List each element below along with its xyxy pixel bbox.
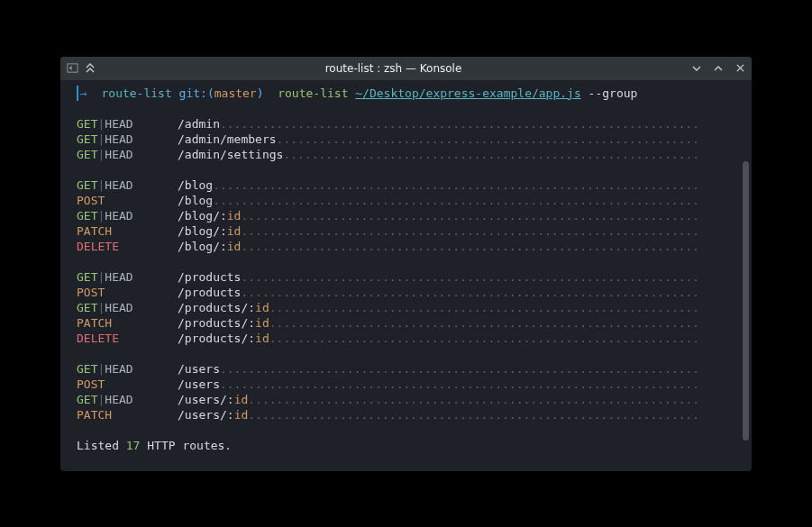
- http-method: POST: [77, 377, 105, 391]
- terminal-window: route-list : zsh — Konsole → route-list …: [60, 57, 752, 471]
- route-path: /products: [178, 286, 241, 299]
- filler-dots: ........................................…: [220, 362, 699, 376]
- filler-dots: ........................................…: [241, 209, 699, 223]
- filler-dots: ........................................…: [241, 270, 699, 284]
- route-path: /users/: [178, 408, 227, 422]
- http-method: GET: [77, 132, 97, 146]
- route-path: /users: [178, 362, 220, 376]
- http-method: GET: [77, 301, 97, 314]
- prompt-line: → route-list git:(master) route-list ~/D…: [77, 86, 752, 101]
- http-method: GET: [77, 117, 97, 131]
- svg-rect-0: [67, 64, 77, 72]
- route-path: /admin/settings: [178, 148, 283, 161]
- http-method-head: HEAD: [105, 393, 132, 406]
- http-method-head: HEAD: [105, 209, 132, 223]
- route-path: /products: [178, 270, 241, 284]
- terminal-body[interactable]: → route-list git:(master) route-list ~/D…: [60, 80, 752, 471]
- http-method: PATCH: [77, 316, 112, 330]
- route-row: GET|HEAD/products.......................…: [77, 269, 752, 285]
- route-row: GET|HEAD/admin..........................…: [77, 116, 752, 132]
- route-path: /blog/: [178, 209, 220, 223]
- http-method: GET: [77, 148, 97, 161]
- http-method: GET: [77, 209, 97, 223]
- filler-dots: ........................................…: [283, 148, 699, 161]
- filler-dots: ........................................…: [277, 132, 700, 146]
- http-method: PATCH: [77, 224, 112, 238]
- route-row: DELETE/products/:id.....................…: [77, 331, 752, 346]
- route-row: GET|HEAD/products/:id...................…: [77, 300, 752, 315]
- filler-dots: ........................................…: [269, 301, 699, 314]
- filler-dots: ........................................…: [220, 377, 699, 391]
- http-method: POST: [77, 194, 105, 207]
- http-method: POST: [77, 286, 105, 299]
- http-method: PATCH: [77, 408, 112, 422]
- route-path: /blog/: [178, 224, 220, 238]
- route-path: /blog: [178, 194, 213, 207]
- window-title: route-list : zsh — Konsole: [96, 62, 690, 75]
- route-row: DELETE/blog/:id.........................…: [77, 239, 752, 254]
- http-method-head: HEAD: [105, 301, 132, 314]
- new-tab-icon[interactable]: [66, 62, 78, 75]
- filler-dots: ........................................…: [248, 408, 699, 422]
- route-path: /products/: [178, 332, 248, 345]
- http-method: DELETE: [77, 332, 119, 345]
- close-button[interactable]: [734, 62, 746, 75]
- http-method-head: HEAD: [105, 178, 132, 192]
- route-row: POST/products...........................…: [77, 285, 752, 300]
- route-param: id: [234, 408, 249, 422]
- command-flag: --group: [581, 86, 638, 101]
- route-row: GET|HEAD/blog/:id.......................…: [77, 208, 752, 223]
- filler-dots: ........................................…: [220, 117, 699, 131]
- prompt-dir: route-list: [101, 86, 171, 101]
- route-param: id: [255, 332, 269, 345]
- scrollbar[interactable]: [743, 161, 749, 441]
- command-path: ~/Desktop/express-example/app.js: [355, 86, 580, 101]
- route-param: id: [255, 316, 269, 330]
- filler-dots: ........................................…: [269, 316, 699, 330]
- route-row: POST/users..............................…: [77, 377, 752, 392]
- prompt-arrow: →: [77, 86, 87, 101]
- http-method: GET: [77, 178, 97, 192]
- route-row: GET|HEAD/blog...........................…: [77, 177, 752, 193]
- route-param: id: [255, 301, 269, 314]
- route-row: GET|HEAD/admin/settings.................…: [77, 147, 752, 162]
- http-method: GET: [77, 270, 97, 284]
- routes-output: GET|HEAD/admin..........................…: [77, 116, 752, 423]
- maximize-button[interactable]: [712, 62, 725, 75]
- http-method-head: HEAD: [105, 132, 132, 146]
- route-path: /users/: [178, 393, 227, 406]
- route-param: id: [227, 240, 242, 253]
- command: route-list: [278, 86, 348, 101]
- route-param: id: [227, 209, 242, 223]
- route-path: /blog: [178, 178, 213, 192]
- route-param: id: [234, 393, 249, 406]
- git-branch: master: [214, 86, 257, 101]
- summary-line: Listed 17 HTTP routes.: [77, 438, 752, 453]
- http-method: DELETE: [77, 240, 119, 253]
- route-row: GET|HEAD/admin/members..................…: [77, 132, 752, 147]
- route-path: /products/: [178, 316, 248, 330]
- route-row: PATCH/users/:id.........................…: [77, 407, 752, 423]
- http-method-head: HEAD: [105, 117, 132, 131]
- minimize-button[interactable]: [690, 62, 703, 75]
- route-row: PATCH/blog/:id..........................…: [77, 223, 752, 239]
- route-path: /admin: [178, 117, 220, 131]
- route-row: PATCH/products/:id......................…: [77, 315, 752, 331]
- route-row: GET|HEAD/users..........................…: [77, 361, 752, 377]
- route-path: /blog/: [178, 240, 220, 253]
- filler-dots: ........................................…: [241, 240, 699, 253]
- filler-dots: ........................................…: [213, 194, 699, 207]
- route-row: POST/blog...............................…: [77, 193, 752, 208]
- http-method-head: HEAD: [105, 270, 132, 284]
- route-path: /users: [178, 377, 220, 391]
- filler-dots: ........................................…: [241, 224, 699, 238]
- route-path: /admin/members: [178, 132, 277, 146]
- http-method: GET: [77, 393, 97, 406]
- filler-dots: ........................................…: [213, 178, 699, 192]
- filler-dots: ........................................…: [241, 286, 699, 299]
- git-label: git:: [179, 86, 207, 101]
- expand-up-icon[interactable]: [84, 62, 96, 75]
- http-method-head: HEAD: [105, 148, 132, 161]
- http-method: GET: [77, 362, 97, 376]
- http-method-head: HEAD: [105, 362, 132, 376]
